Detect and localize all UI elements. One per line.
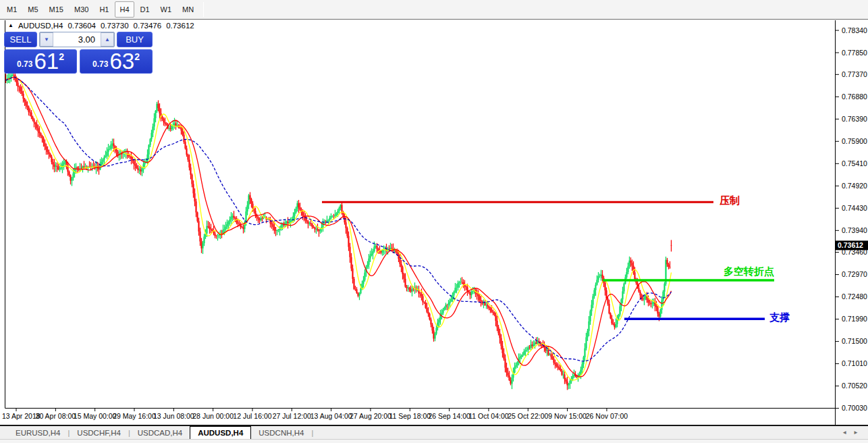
price-axis-label: 0.72970 — [842, 270, 867, 278]
moving-average-slow — [6, 77, 672, 361]
moving-average-mid — [6, 77, 672, 377]
quote-low: 0.73476 — [134, 22, 162, 30]
support-label[interactable]: 支撑 — [769, 311, 790, 324]
time-axis-label: 30 Apr 08:00 — [36, 412, 76, 420]
candles-layer — [6, 70, 672, 390]
moving-average-fast — [6, 77, 672, 380]
chart-frame — [5, 20, 836, 425]
quote-line: ▲ AUDUSD,H4 0.73604 0.73730 0.73476 0.73… — [8, 22, 194, 30]
tab-eurusd[interactable]: EURUSD,H4 — [8, 426, 67, 439]
price-axis-label: 0.78340 — [842, 26, 867, 34]
turning-point-label[interactable]: 多空转折点 — [724, 265, 774, 278]
price-axis-label: 0.75410 — [842, 159, 867, 167]
mt4-window: M1 M5 M15 M30 H1 H4 D1 W1 MN 0.783400.77… — [0, 0, 868, 443]
price-axis-label: 0.73940 — [842, 226, 867, 234]
buy-price-big: 63 — [109, 51, 134, 72]
time-axis[interactable]: 13 Apr 201830 Apr 08:0015 May 00:0029 Ma… — [2, 409, 628, 421]
price-axis-label: 0.71990 — [842, 315, 867, 323]
price-axis-label: 0.77850 — [842, 49, 867, 57]
time-axis-label: 28 Jun 00:00 — [192, 412, 234, 420]
time-axis-label: 26 Nov 07:00 — [586, 412, 628, 420]
resistance-label[interactable]: 压制 — [720, 194, 740, 207]
time-axis-label: 13 Apr 2018 — [2, 412, 40, 420]
time-axis-label: 13 Aug 04:00 — [310, 412, 352, 420]
price-axis-label: 0.75900 — [842, 137, 867, 145]
time-axis-label: 11 Sep 18:00 — [389, 412, 431, 420]
one-click-trading-widget: SELL ▼ 3.00 ▲ BUY 0.73 61 2 0.73 63 2 — [4, 32, 153, 74]
volume-input[interactable]: 3.00 — [53, 32, 101, 47]
tab-usdcnh[interactable]: USDCNH,H4 — [251, 426, 311, 439]
price-axis-label: 0.71500 — [842, 337, 867, 345]
price-axis[interactable]: 0.783400.778500.773700.768800.763900.759… — [836, 26, 868, 413]
quote-close: 0.73612 — [166, 22, 194, 30]
spin-up-icon: ▲ — [105, 36, 110, 43]
quote-open: 0.73604 — [67, 22, 96, 30]
tab-scroll-right-icon[interactable]: ► — [853, 429, 859, 436]
time-axis-label: 11 Oct 04:00 — [468, 412, 509, 420]
price-axis-label: 0.74920 — [842, 182, 867, 190]
sell-price-panel[interactable]: 0.73 61 2 — [4, 49, 77, 74]
chart-tab-bar: EURUSD,H4 | USDCHF,H4 | USDCAD,H4 AUDUSD… — [0, 425, 868, 439]
quote-high: 0.73730 — [101, 22, 129, 30]
price-axis-label: 0.76390 — [842, 115, 867, 123]
buy-price-prefix: 0.73 — [92, 59, 108, 69]
buy-price-panel[interactable]: 0.73 63 2 — [80, 49, 153, 74]
tab-audusd[interactable]: AUDUSD,H4 — [190, 426, 251, 439]
sell-price-pipette: 2 — [59, 51, 64, 62]
time-axis-label: 29 May 16:00 — [113, 412, 156, 420]
volume-decrease-button[interactable]: ▼ — [40, 32, 53, 47]
time-axis-label: 25 Oct 22:00 — [508, 412, 548, 420]
price-axis-label: 0.72480 — [842, 292, 867, 301]
time-axis-label: 27 Jul 12:00 — [273, 412, 311, 420]
sell-price-big: 61 — [34, 51, 59, 72]
sell-button[interactable]: SELL — [4, 32, 37, 47]
collapse-icon[interactable]: ▲ — [8, 22, 13, 28]
spin-down-icon: ▼ — [44, 36, 49, 43]
price-axis-label: 0.74430 — [842, 204, 867, 212]
volume-spinner: ▼ 3.00 ▲ — [39, 32, 115, 47]
time-axis-label: 15 May 00:00 — [74, 412, 117, 420]
quote-symbol: AUDUSD,H4 — [18, 22, 63, 30]
tab-separator: | — [311, 426, 313, 439]
buy-price-pipette: 2 — [134, 51, 140, 62]
volume-increase-button[interactable]: ▲ — [101, 32, 114, 47]
price-axis-label: 0.77370 — [842, 70, 867, 78]
time-axis-label: 9 Nov 15:00 — [548, 412, 587, 420]
time-axis-label: 26 Sep 14:00 — [428, 412, 470, 420]
price-axis-label: 0.70030 — [842, 404, 867, 412]
sell-price-prefix: 0.73 — [17, 59, 32, 69]
tab-usdchf[interactable]: USDCHF,H4 — [70, 426, 128, 439]
price-axis-label: 0.70520 — [842, 382, 867, 390]
tab-scroll-left-icon[interactable]: ◄ — [842, 429, 847, 436]
tab-usdcad[interactable]: USDCAD,H4 — [130, 426, 190, 439]
time-axis-label: 12 Jul 16:00 — [233, 412, 271, 420]
buy-button[interactable]: BUY — [117, 32, 153, 47]
price-axis-label: 0.76880 — [842, 93, 867, 101]
time-axis-label: 13 Jun 08:00 — [153, 412, 194, 420]
status-strip — [0, 439, 868, 443]
price-axis-label: 0.71010 — [842, 359, 867, 367]
current-price-label: 0.73612 — [838, 241, 863, 249]
time-axis-label: 27 Aug 20:00 — [350, 412, 391, 420]
